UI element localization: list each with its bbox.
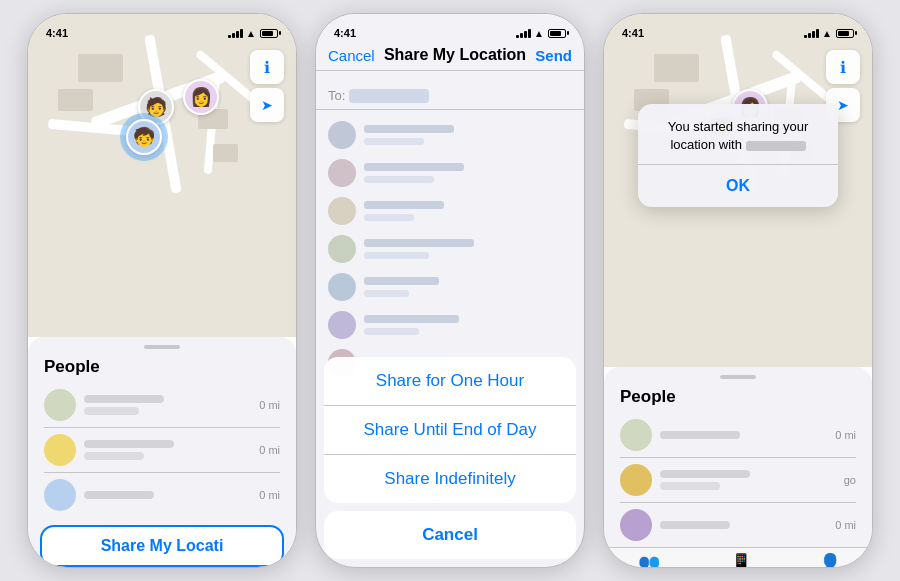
dialog-box: You started sharing your location with O…	[638, 104, 838, 207]
person-avatar	[44, 479, 76, 511]
person-avatar	[620, 464, 652, 496]
blur-name	[660, 521, 730, 529]
person-row: 0 mi	[44, 428, 280, 473]
blur-line	[364, 315, 459, 323]
person-row: 0 mi	[620, 413, 856, 458]
blur-name	[84, 491, 154, 499]
person-row: go	[620, 458, 856, 503]
person-info	[84, 440, 174, 460]
phone3: 4:41 ▲ ℹ ➤ 👩 🧒	[603, 13, 873, 568]
status-time-1: 4:41	[46, 27, 68, 39]
map-building	[213, 144, 238, 162]
dialog-body: You started sharing your location with	[638, 104, 838, 164]
share-location-label: Share My Locati	[101, 537, 224, 555]
contact-row	[316, 268, 584, 306]
bottom-sheet-1: People 0 mi	[28, 337, 296, 567]
contact-avatar	[328, 197, 356, 225]
person-left	[620, 509, 730, 541]
blur-line	[364, 239, 474, 247]
blur-line	[364, 214, 414, 221]
person-left	[620, 419, 740, 451]
devices-icon-3: 📱	[730, 552, 752, 568]
blur-line	[364, 252, 429, 259]
map-btn-group: ℹ ➤	[250, 50, 284, 126]
send-button[interactable]: Send	[535, 47, 572, 64]
share-end-of-day-button[interactable]: Share Until End of Day	[324, 406, 576, 455]
person-distance: 0 mi	[259, 489, 280, 501]
status-icons-2: ▲	[516, 28, 566, 39]
person-info	[84, 491, 154, 499]
action-group: Share for One Hour Share Until End of Da…	[324, 357, 576, 503]
battery-icon-2	[548, 29, 566, 38]
nav-title: Share My Location	[384, 46, 526, 64]
dialog-ok-button[interactable]: OK	[638, 165, 838, 207]
signal-icon	[228, 29, 243, 38]
blur-name	[660, 470, 750, 478]
sheet-title-3: People	[604, 383, 872, 413]
to-value	[349, 89, 429, 103]
share-location-button[interactable]: Share My Locati	[40, 525, 284, 567]
person-avatar	[620, 509, 652, 541]
avatar-pin-selected: 🧒	[126, 119, 162, 155]
person-distance: 0 mi	[835, 519, 856, 531]
person-distance: go	[844, 474, 856, 486]
person-row: 0 mi	[44, 473, 280, 517]
blur-detail	[84, 407, 139, 415]
person-row: 0 mi	[620, 503, 856, 547]
blur-line	[364, 277, 439, 285]
dialog-overlay: You started sharing your location with O…	[604, 14, 872, 367]
tab-me-3[interactable]: 👤 Me	[819, 552, 841, 568]
battery-icon	[260, 29, 278, 38]
contact-row	[316, 116, 584, 154]
sheet-handle	[144, 345, 180, 349]
action-cancel-button[interactable]: Cancel	[324, 511, 576, 559]
phone2: 4:41 ▲ Cancel Share My Location Send To:	[315, 13, 585, 568]
cancel-button[interactable]: Cancel	[328, 47, 375, 64]
info-button[interactable]: ℹ	[250, 50, 284, 84]
phone1: 4:41 ▲ ℹ ➤ 🧑 👩	[27, 13, 297, 568]
person-info	[660, 431, 740, 439]
person-info	[84, 395, 164, 415]
contact-avatar	[328, 311, 356, 339]
contact-avatar	[328, 235, 356, 263]
contact-info	[364, 163, 572, 183]
blur-name	[84, 395, 164, 403]
person-row: 0 mi	[44, 383, 280, 428]
contact-avatar	[328, 159, 356, 187]
person-avatar	[620, 419, 652, 451]
blur-line	[364, 176, 434, 183]
location-button[interactable]: ➤	[250, 88, 284, 122]
people-icon-3: 👥	[638, 552, 660, 568]
share-indefinitely-button[interactable]: Share Indefinitely	[324, 455, 576, 503]
person-distance: 0 mi	[259, 444, 280, 456]
share-one-hour-button[interactable]: Share for One Hour	[324, 357, 576, 406]
people-list: 0 mi 0 mi	[28, 383, 296, 517]
sheet-handle-3	[720, 375, 756, 379]
dialog-blur-name	[746, 141, 806, 151]
to-label: To:	[328, 88, 345, 103]
blur-line	[364, 328, 419, 335]
me-icon-3: 👤	[819, 552, 841, 568]
avatar-pin: 👩	[183, 79, 219, 115]
person-left	[620, 464, 750, 496]
to-field: To:	[316, 82, 584, 110]
people-list-3: 0 mi go 0 mi	[604, 413, 872, 547]
tab-people-3[interactable]: 👥 People	[635, 552, 663, 568]
map-building	[78, 54, 123, 82]
contact-info	[364, 239, 572, 259]
map-area-1: ℹ ➤ 🧑 👩 🧒	[28, 14, 296, 337]
status-icons-1: ▲	[228, 28, 278, 39]
person-avatar	[44, 434, 76, 466]
blur-line	[364, 201, 444, 209]
contact-row	[316, 306, 584, 344]
blur-line	[364, 290, 409, 297]
tab-devices-3[interactable]: 📱 Devices	[725, 552, 757, 568]
contact-info	[364, 315, 572, 335]
dialog-text: You started sharing your location with	[654, 118, 822, 154]
map-building	[58, 89, 93, 111]
nav-bar-2: Cancel Share My Location Send	[316, 38, 584, 71]
status-bar-1: 4:41 ▲	[28, 14, 296, 42]
contact-info	[364, 277, 572, 297]
wifi-icon-2: ▲	[534, 28, 545, 39]
signal-icon-2	[516, 29, 531, 38]
